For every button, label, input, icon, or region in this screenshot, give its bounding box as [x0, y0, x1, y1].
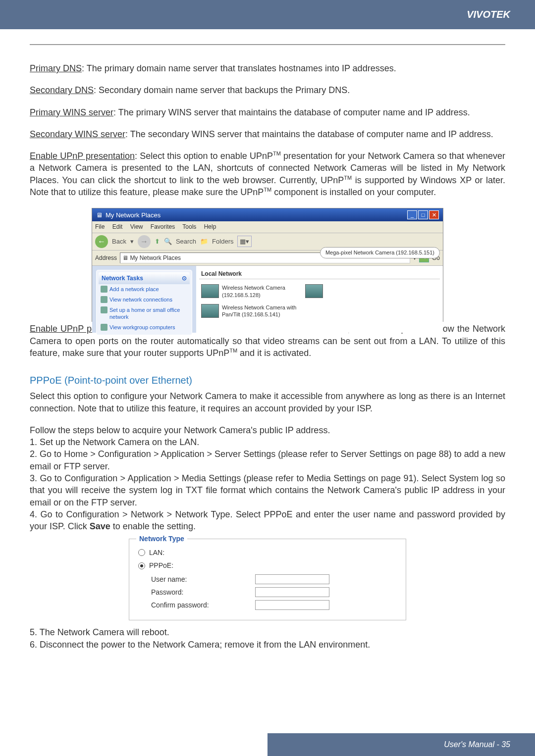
pppoe-intro: Select this option to configure your Net…: [30, 390, 505, 414]
menu-file[interactable]: File: [95, 223, 105, 230]
text-upnp-p4: component is installed on your computer.: [271, 187, 436, 197]
text-secondary-wins: : The secondary WINS server that maintai…: [125, 129, 493, 139]
close-button[interactable]: ✕: [429, 210, 439, 219]
menubar: File Edit View Favorites Tools Help: [92, 221, 443, 233]
field-password: Password:: [151, 587, 397, 597]
para-secondary-wins: Secondary WINS server: The secondary WIN…: [30, 128, 505, 140]
collapse-icon[interactable]: ⊙: [182, 274, 187, 282]
up-icon[interactable]: ⬆: [155, 237, 160, 246]
sidebar-item-add[interactable]: Add a network place: [99, 284, 190, 295]
radio-lan[interactable]: [138, 549, 145, 556]
minimize-button[interactable]: _: [407, 210, 417, 219]
header-brand: VIVOTEK: [0, 0, 535, 29]
radio-lan-label: LAN:: [149, 548, 164, 557]
window-buttons: _ □ ✕: [407, 210, 439, 219]
item2-line1: Wireless Network Camera with: [222, 304, 296, 311]
explorer-icon: 🖥: [96, 211, 103, 220]
step-3: 3. Go to Configuration > Application > M…: [30, 472, 505, 508]
callout: Mega-pixel Network Camera (192.168.5.151…: [320, 247, 440, 258]
label-username: User name:: [151, 575, 255, 584]
menu-help[interactable]: Help: [204, 223, 216, 230]
item1-line1: Wireless Network Camera: [222, 284, 285, 292]
page: VIVOTEK Primary DNS: The primary domain …: [0, 0, 535, 756]
camera-icon: [201, 284, 219, 298]
radio-pppoe[interactable]: [138, 562, 145, 569]
window-title: My Network Places: [106, 211, 160, 220]
menu-favorites[interactable]: Favorites: [151, 223, 175, 230]
network-item-callout-target[interactable]: [305, 284, 404, 299]
tm4: TM: [229, 348, 237, 353]
pppoe-steps: Follow the steps below to acquire your N…: [30, 424, 505, 533]
network-item-2[interactable]: Wireless Network Camera with Pan/Tilt (1…: [201, 304, 300, 319]
text-primary-wins: : The primary WINS server that maintains…: [113, 107, 470, 117]
para-primary-dns: Primary DNS: The primary domain name ser…: [30, 62, 505, 74]
pppoe-heading: PPPoE (Point-to-point over Ethernet): [30, 374, 505, 387]
menu-edit[interactable]: Edit: [112, 223, 123, 230]
field-confirm: Confirm password:: [151, 600, 397, 610]
term-upnp-presentation: Enable UPnP presentation: [30, 151, 135, 161]
step-5: 5. The Network Camera will reboot.: [30, 626, 505, 638]
pppoe-follow: Follow the steps below to acquire your N…: [30, 424, 505, 436]
footer: User's Manual - 35: [268, 733, 535, 756]
network-item-1[interactable]: Wireless Network Camera (192.168.5.128): [201, 284, 300, 299]
sidebar-title-text: Network Tasks: [102, 274, 143, 282]
items-row: Wireless Network Camera (192.168.5.128): [199, 279, 440, 304]
views-icon[interactable]: ▦▾: [237, 236, 252, 248]
sidebar-item-connections[interactable]: View network connections: [99, 295, 190, 305]
titlebar-text: 🖥 My Network Places: [96, 211, 160, 220]
para-primary-wins: Primary WINS server: The primary WINS se…: [30, 106, 505, 118]
label-confirm: Confirm password:: [151, 601, 255, 610]
menu-tools[interactable]: Tools: [182, 223, 196, 230]
folders-label: Folders: [212, 237, 233, 246]
maximize-button[interactable]: □: [418, 210, 428, 219]
step-1: 1. Set up the Network Camera on the LAN.: [30, 436, 505, 448]
field-username: User name:: [151, 574, 397, 584]
main-content: Primary DNS: The primary domain name ser…: [0, 29, 535, 655]
item2-line2: Pan/Tilt (192.168.5.141): [222, 311, 296, 318]
folders-icon[interactable]: 📁: [200, 237, 208, 246]
radio-lan-row[interactable]: LAN:: [138, 548, 397, 557]
text-secondary-dns: : Secondary domain name server that back…: [94, 85, 350, 95]
screenshot-network-places: 🖥 My Network Places _ □ ✕ File Edit View…: [92, 208, 443, 322]
input-password[interactable]: [255, 587, 329, 597]
input-confirm[interactable]: [255, 600, 329, 610]
sidebar-item-workgroup[interactable]: View workgroup computers: [99, 322, 190, 333]
explorer-content: Local Network Wireless Network Camera (1…: [196, 266, 443, 333]
text-upnp-port2: and it is activated.: [237, 348, 311, 358]
label-password: Password:: [151, 588, 255, 597]
tm3: TM: [264, 187, 271, 193]
items-row-2: Wireless Network Camera with Pan/Tilt (1…: [199, 304, 440, 324]
item1-line2: (192.168.5.128): [222, 292, 285, 299]
text-upnp-p1: : Select this option to enable UPnP: [135, 151, 273, 161]
explorer-body: Network Tasks ⊙ Add a network place View…: [92, 266, 443, 333]
address-value: My Network Places: [130, 254, 181, 261]
para-upnp-presentation: Enable UPnP presentation: Select this op…: [30, 150, 505, 198]
search-label: Search: [176, 237, 196, 246]
divider: [30, 44, 505, 45]
para-secondary-dns: Secondary DNS: Secondary domain name ser…: [30, 84, 505, 96]
sidebar-tasks: Network Tasks ⊙ Add a network place View…: [96, 270, 192, 335]
text-primary-dns: : The primary domain name server that tr…: [82, 63, 396, 73]
address-label: Address: [95, 254, 117, 262]
tm2: TM: [344, 175, 352, 181]
camera-icon: [305, 284, 323, 298]
sidebar-title: Network Tasks ⊙: [99, 272, 190, 284]
menu-view[interactable]: View: [130, 223, 143, 230]
search-icon[interactable]: 🔍: [164, 237, 172, 246]
term-secondary-dns: Secondary DNS: [30, 85, 94, 95]
step-4: 4. Go to Configuration > Network > Netwo…: [30, 508, 505, 533]
input-username[interactable]: [255, 574, 329, 584]
fieldset-legend: Network Type: [136, 534, 187, 544]
term-primary-dns: Primary DNS: [30, 63, 82, 73]
term-primary-wins: Primary WINS server: [30, 107, 113, 117]
sidebar-item-setup[interactable]: Set up a home or small office network: [99, 305, 190, 323]
camera-icon: [201, 304, 219, 318]
radio-pppoe-row[interactable]: PPPoE:: [138, 561, 397, 570]
forward-icon[interactable]: →: [138, 235, 151, 248]
back-icon[interactable]: ←: [95, 235, 108, 248]
address-icon: 🖥: [122, 254, 130, 261]
back-label: Back: [112, 237, 126, 246]
tm1: TM: [273, 151, 281, 156]
radio-pppoe-label: PPPoE:: [149, 561, 173, 570]
term-secondary-wins: Secondary WINS server: [30, 129, 125, 139]
